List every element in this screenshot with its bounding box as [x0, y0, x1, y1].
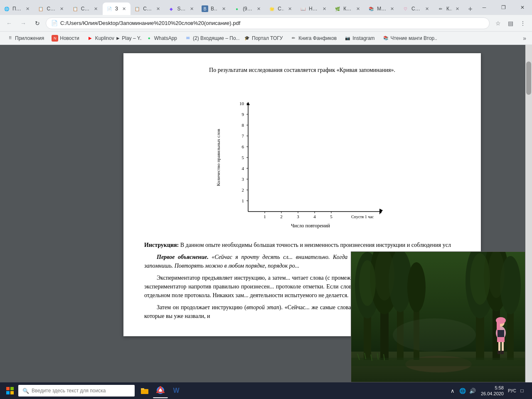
tab-13-close[interactable]: ✕: [424, 5, 431, 12]
taskbar-clock[interactable]: 5:58 26.04.2020: [478, 385, 506, 397]
instagram-favicon: 📷: [344, 35, 351, 42]
tab-2[interactable]: 📋 Систе... ✕: [34, 2, 68, 15]
tab-3-close[interactable]: ✕: [93, 5, 99, 12]
taskbar-word-icon[interactable]: W: [169, 383, 184, 398]
tab-14[interactable]: ✏ Книга ✕: [434, 2, 464, 15]
tab-5-close[interactable]: ✕: [155, 5, 161, 12]
inbox-favicon: ✉: [185, 35, 191, 42]
bookmark-inbox[interactable]: ✉ (2) Входящие – По...: [181, 34, 239, 42]
chart-container: Количество правильных слов 1 2 3 4: [215, 83, 389, 232]
tab-12-label: Манга...: [377, 6, 387, 12]
bookmark-manga-label: Чтение манги Втор...: [391, 35, 437, 41]
tab-1-close[interactable]: ✕: [24, 5, 31, 12]
svg-text:1: 1: [242, 198, 244, 203]
tab-10-close[interactable]: ✕: [321, 5, 328, 12]
tab-8-favicon: ●: [234, 5, 240, 12]
tab-3[interactable]: 📋 Систе... ✕: [69, 2, 103, 15]
tab-12-close[interactable]: ✕: [389, 5, 396, 12]
svg-rect-68: [501, 351, 504, 354]
tab-6-close[interactable]: ✕: [188, 5, 195, 12]
bookmark-star-button[interactable]: ☆: [492, 17, 504, 29]
new-tab-button[interactable]: +: [466, 3, 475, 15]
more-button[interactable]: ⋮: [517, 17, 529, 29]
reload-button[interactable]: ↻: [32, 17, 43, 29]
bookmark-apps-label: Приложения: [15, 35, 44, 41]
svg-text:5: 5: [330, 214, 332, 219]
svg-rect-69: [351, 358, 525, 366]
address-bar[interactable]: 📄 C:/Users/Юлия/Desktop/Запоминание%2010…: [46, 17, 490, 29]
tab-4-label: За...: [115, 6, 118, 12]
svg-text:9: 9: [242, 112, 244, 117]
bookmark-fanfic[interactable]: ✏ Книга Фанфиков: [287, 34, 340, 42]
tray-up-arrow[interactable]: ∧: [448, 387, 457, 395]
scrollbar-thumb[interactable]: [526, 62, 531, 95]
fanfic-favicon: ✏: [290, 35, 297, 42]
pdf-title: По результатам исследования составляется…: [144, 66, 460, 74]
tab-14-close[interactable]: ✕: [454, 5, 461, 12]
bookmark-instagram[interactable]: 📷 Instagram: [341, 34, 378, 42]
folder-icon: [140, 387, 149, 395]
forest-scene-svg: [351, 252, 525, 382]
tab-11-label: Какур...: [343, 6, 352, 12]
bookmark-manga[interactable]: 📚 Чтение манги Втор...: [379, 34, 437, 42]
tab-9[interactable]: 🌟 Смо... ✕: [265, 2, 296, 15]
tab-11-close[interactable]: ✕: [355, 5, 361, 12]
minimize-button[interactable]: ─: [475, 0, 494, 15]
address-bar-row: ← → ↻ 📄 C:/Users/Юлия/Desktop/Запоминани…: [0, 15, 532, 32]
tab-1[interactable]: 🌐 Порта... ✕: [0, 2, 34, 15]
back-button[interactable]: ←: [3, 17, 15, 29]
news-favicon: N: [52, 35, 58, 42]
maximize-button[interactable]: ❐: [494, 0, 513, 15]
tab-bar: 🌐 Порта... ✕ 📋 Систе... ✕ 📋 Систе... ✕ 📄…: [0, 0, 532, 15]
taskbar-search[interactable]: 🔍 Введите здесь текст для поиска: [18, 385, 135, 397]
tab-11[interactable]: 🌿 Какур... ✕: [331, 2, 365, 15]
tab-13[interactable]: ♡ Сарад... ✕: [399, 2, 434, 15]
tab-10[interactable]: 📖 Новел... ✕: [296, 2, 331, 15]
cast-button[interactable]: ▤: [505, 17, 516, 29]
tab-7-close[interactable]: ✕: [220, 5, 227, 12]
first-explanation-label: Первое объяснение.: [157, 254, 209, 260]
tab-8[interactable]: ● (9) Wh... ✕: [230, 2, 265, 15]
tab-7-label: Вадим: [211, 6, 218, 12]
tab-2-label: Систе...: [47, 6, 56, 12]
video-overlay[interactable]: [351, 251, 525, 382]
manga-favicon: 📚: [382, 35, 389, 42]
bookmark-apps[interactable]: ⠿ Приложения: [3, 34, 47, 42]
bookmark-portal[interactable]: 🎓 Портал ТОГУ: [240, 34, 286, 42]
bookmarks-more-button[interactable]: »: [520, 34, 529, 42]
notification-button[interactable]: □: [518, 387, 526, 395]
bookmark-whatsapp[interactable]: ● WhatsApp: [143, 34, 180, 42]
tab-3-favicon: 📋: [72, 5, 79, 12]
tab-4-close[interactable]: ✕: [121, 5, 127, 12]
start-button[interactable]: [2, 383, 17, 398]
taskbar: 🔍 Введите здесь текст для поиска: [0, 382, 532, 399]
svg-text:Спустя 1 час: Спустя 1 час: [351, 214, 374, 219]
close-button[interactable]: ✕: [513, 0, 532, 15]
tray-network-icon[interactable]: 🌐: [458, 387, 467, 395]
tab-2-close[interactable]: ✕: [59, 5, 65, 12]
svg-text:6: 6: [242, 144, 244, 149]
tab-8-close[interactable]: ✕: [255, 5, 262, 12]
forward-button[interactable]: →: [17, 17, 29, 29]
tab-12[interactable]: 📚 Манга... ✕: [365, 2, 399, 15]
tab-5[interactable]: 📋 Систе... ✕: [131, 2, 165, 15]
taskbar-explorer-icon[interactable]: [137, 383, 152, 398]
svg-text:5: 5: [242, 155, 244, 160]
tab-4-active[interactable]: 📄 За... ✕: [103, 2, 131, 15]
tray-volume-icon[interactable]: 🔊: [468, 387, 477, 395]
tab-6[interactable]: ◆ Sema... ✕: [165, 2, 198, 15]
bookmark-kuplinov[interactable]: ▶ Kuplinov ► Play – Y...: [84, 34, 142, 42]
chart-svg: Количество правильных слов 1 2 3 4: [215, 83, 389, 232]
tab-6-label: Sema...: [177, 6, 186, 12]
taskbar-chrome-icon[interactable]: [153, 383, 168, 398]
tray-lang-icon[interactable]: РУС: [508, 387, 516, 395]
right-scrollbar[interactable]: [525, 45, 532, 382]
tab-14-favicon: ✏: [437, 5, 444, 12]
svg-rect-67: [498, 351, 500, 354]
bookmark-whatsapp-label: WhatsApp: [154, 35, 177, 41]
tab-7[interactable]: В Вадим ✕: [198, 2, 230, 15]
tab-9-close[interactable]: ✕: [286, 5, 293, 12]
bookmark-news[interactable]: N Новости: [48, 34, 82, 42]
bookmark-kuplinov-label: Kuplinov ► Play – Y...: [95, 35, 142, 41]
window-controls: ─ ❐ ✕: [475, 0, 532, 15]
